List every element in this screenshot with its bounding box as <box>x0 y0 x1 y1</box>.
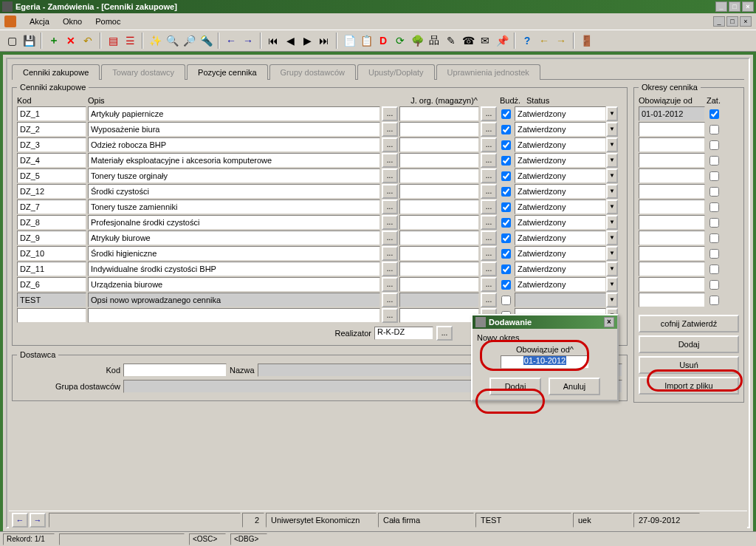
tab-uprawnienia[interactable]: Uprawnienia jednostek <box>436 64 540 80</box>
pin-icon[interactable]: 📌 <box>495 33 509 48</box>
cell-date[interactable] <box>639 199 705 214</box>
cell-opis[interactable]: Artykuły papiernicze <box>88 106 380 121</box>
cell-kod[interactable]: DZ_12 <box>17 184 86 199</box>
zat-checkbox[interactable] <box>707 168 721 183</box>
cell-date[interactable] <box>639 262 705 276</box>
jorg-lookup[interactable]: ... <box>481 199 497 214</box>
cell-opis[interactable]: Wyposażenie biura <box>88 122 380 137</box>
cell-kod[interactable]: DZ_6 <box>17 277 86 292</box>
okresy-row[interactable] <box>639 215 739 230</box>
cell-jorg[interactable] <box>399 168 479 183</box>
cell-kod[interactable]: DZ_8 <box>17 215 86 230</box>
cell-date[interactable] <box>639 153 705 168</box>
opis-lookup[interactable]: ... <box>382 122 398 137</box>
add-icon[interactable]: ＋ <box>47 33 61 48</box>
cell-opis[interactable]: Odzież robocza BHP <box>88 137 380 152</box>
cell-jorg[interactable] <box>399 262 479 276</box>
cell-opis[interactable]: Materiały eksploatacyjne i akcesoria kom… <box>88 153 380 168</box>
menu-akcja[interactable]: Akcja <box>25 16 54 27</box>
jorg-lookup[interactable]: ... <box>481 153 497 168</box>
budz-checkbox[interactable] <box>498 199 513 214</box>
cell-jorg[interactable] <box>399 184 479 199</box>
jorg-lookup[interactable]: ... <box>481 122 497 137</box>
cell-status[interactable]: Zatwierdzony <box>515 153 606 168</box>
menu-okno[interactable]: Okno <box>58 16 86 27</box>
zat-checkbox[interactable] <box>707 293 721 307</box>
status-dropdown[interactable]: ▼ <box>606 277 618 292</box>
zat-checkbox[interactable] <box>707 262 721 276</box>
cell-status[interactable]: Zatwierdzony <box>515 137 606 152</box>
flashlight-icon[interactable]: 🔦 <box>199 33 213 48</box>
cell-date[interactable] <box>639 231 705 245</box>
cell-status[interactable]: Zatwierdzony <box>515 122 606 137</box>
back-icon[interactable]: ◀ <box>283 33 298 48</box>
opis-lookup[interactable]: ... <box>382 246 398 261</box>
jorg-lookup[interactable]: ... <box>481 106 497 121</box>
opis-lookup[interactable]: ... <box>382 308 398 323</box>
cell-date[interactable] <box>639 293 705 307</box>
zat-checkbox[interactable] <box>707 122 721 137</box>
cell-status[interactable]: Zatwierdzony <box>515 168 606 183</box>
status-dropdown[interactable]: ▼ <box>606 231 618 245</box>
dialog-titlebar[interactable]: Dodawanie × <box>472 315 617 329</box>
realizator-lookup[interactable]: ... <box>436 326 453 341</box>
find-icon[interactable]: 🔎 <box>182 33 196 48</box>
cell-date[interactable] <box>639 277 705 292</box>
table-row[interactable]: DZ_5Tonery tusze orginały......Zatwierdz… <box>17 168 622 183</box>
cell-opis[interactable]: Urządzenia biurowe <box>88 277 380 292</box>
jorg-lookup[interactable]: ... <box>481 215 497 230</box>
budz-checkbox[interactable] <box>498 262 513 276</box>
jorg-lookup[interactable]: ... <box>481 168 497 183</box>
okresy-row[interactable] <box>639 277 739 292</box>
table-row[interactable]: DZ_1Artykuły papiernicze......Zatwierdzo… <box>17 106 622 121</box>
budz-checkbox[interactable] <box>498 153 513 168</box>
sign-icon[interactable]: ✎ <box>444 33 458 48</box>
obowiazuje-input[interactable]: 01-10-2012 <box>501 355 589 369</box>
cell-jorg[interactable] <box>399 293 479 307</box>
status-dropdown[interactable]: ▼ <box>606 262 618 276</box>
budz-checkbox[interactable] <box>498 231 513 245</box>
jorg-lookup[interactable]: ... <box>481 184 497 199</box>
opis-lookup[interactable]: ... <box>382 184 398 199</box>
cell-opis[interactable]: Tonery tusze orginały <box>88 168 380 183</box>
cell-opis[interactable]: Tonery tusze zamienniki <box>88 199 380 214</box>
cell-status[interactable] <box>515 293 606 307</box>
forward-icon[interactable]: ▶ <box>300 33 315 48</box>
cell-opis[interactable]: Profesjonalne środki czystości <box>88 215 380 230</box>
status-dropdown[interactable]: ▼ <box>606 137 618 152</box>
budz-checkbox[interactable] <box>498 277 513 292</box>
cell-jorg[interactable] <box>399 231 479 245</box>
table-row[interactable]: DZ_4Materiały eksploatacyjne i akcesoria… <box>17 153 622 168</box>
jorg-lookup[interactable]: ... <box>481 277 497 292</box>
zat-checkbox[interactable] <box>707 184 721 199</box>
status-dropdown[interactable]: ▼ <box>606 293 618 307</box>
cell-jorg[interactable] <box>399 277 479 292</box>
status-dropdown[interactable]: ▼ <box>606 184 618 199</box>
zat-checkbox[interactable] <box>707 246 721 261</box>
cell-jorg[interactable] <box>399 137 479 152</box>
jorg-lookup[interactable]: ... <box>481 293 497 307</box>
cell-status[interactable]: Zatwierdzony <box>515 184 606 199</box>
jorg-lookup[interactable]: ... <box>481 262 497 276</box>
jorg-lookup[interactable]: ... <box>481 246 497 261</box>
cell-kod[interactable]: DZ_2 <box>17 122 86 137</box>
cell-opis[interactable]: Środki czystości <box>88 184 380 199</box>
zat-checkbox[interactable] <box>707 153 721 168</box>
cell-status[interactable]: Zatwierdzony <box>515 277 606 292</box>
opis-lookup[interactable]: ... <box>382 153 398 168</box>
cell-kod[interactable]: DZ_11 <box>17 262 86 276</box>
nav-right-icon[interactable]: → <box>554 33 568 48</box>
cell-date[interactable] <box>639 184 705 199</box>
child-minimize-button[interactable]: _ <box>713 16 725 27</box>
cell-jorg[interactable] <box>399 122 479 137</box>
cell-jorg[interactable] <box>399 215 479 230</box>
cell-status[interactable]: Zatwierdzony <box>515 246 606 261</box>
tab-upusty[interactable]: Upusty/Dopłaty <box>357 64 435 80</box>
menu-pomoc[interactable]: Pomoc <box>91 16 125 27</box>
child-close-button[interactable]: × <box>740 16 752 27</box>
tab-towary[interactable]: Towary dostawcy <box>101 64 185 80</box>
okresy-row[interactable] <box>639 137 739 152</box>
cell-date[interactable] <box>639 215 705 230</box>
dodaj-button[interactable]: Dodaj <box>639 335 739 353</box>
prev-icon[interactable]: ← <box>224 33 238 48</box>
